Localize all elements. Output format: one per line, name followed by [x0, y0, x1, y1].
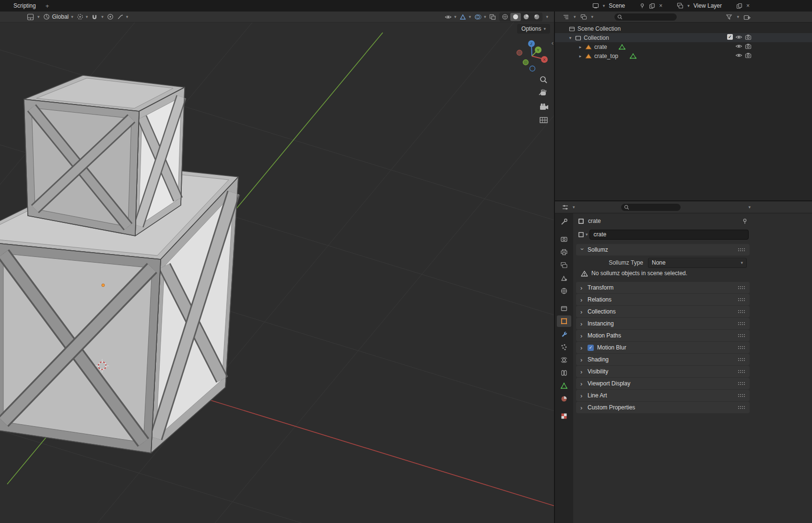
- panel-grip-handle[interactable]: [738, 286, 745, 290]
- disable-in-renders-icon[interactable]: [745, 43, 752, 49]
- outliner-display-chevron[interactable]: ▾: [591, 15, 594, 19]
- collapse-triangle-icon[interactable]: ▾: [568, 35, 573, 40]
- outliner-display-mode-button[interactable]: [580, 14, 587, 20]
- snap-toggle-button[interactable]: [91, 13, 98, 20]
- tab-object[interactable]: [557, 315, 571, 327]
- exclude-checkbox[interactable]: ✓: [727, 34, 733, 40]
- gizmos-dropdown[interactable]: ▾: [459, 14, 471, 20]
- hide-in-viewport-icon[interactable]: [735, 43, 742, 49]
- outliner-row-crate-top[interactable]: ▸ crate_top: [555, 51, 812, 60]
- axis-x-negative[interactable]: [517, 50, 522, 56]
- outliner-search-input[interactable]: [614, 13, 677, 21]
- new-scene-button[interactable]: [649, 3, 655, 9]
- shading-solid-button[interactable]: [510, 13, 521, 21]
- panel-sollumz[interactable]: › Sollumz: [576, 244, 750, 256]
- panel-viewport-display[interactable]: › Viewport Display: [576, 378, 750, 389]
- tab-scene[interactable]: [557, 272, 571, 284]
- panel-visibility[interactable]: › Visibility: [576, 366, 750, 377]
- panel-grip-handle[interactable]: [738, 310, 745, 314]
- disable-in-renders-icon[interactable]: [745, 34, 752, 40]
- panel-grip-handle[interactable]: [738, 370, 745, 373]
- panel-shading[interactable]: › Shading: [576, 354, 750, 365]
- overlays-dropdown[interactable]: ▾: [474, 14, 486, 20]
- panel-transform[interactable]: › Transform: [576, 282, 750, 293]
- tab-material[interactable]: [557, 393, 571, 405]
- remove-view-layer-button[interactable]: ×: [746, 3, 750, 9]
- new-view-layer-button[interactable]: [736, 3, 742, 9]
- panel-grip-handle[interactable]: [738, 346, 745, 349]
- hide-in-viewport-icon[interactable]: [735, 34, 742, 40]
- pivot-point-dropdown[interactable]: ▾: [77, 13, 88, 20]
- tab-output[interactable]: [557, 246, 571, 258]
- motion-blur-checkbox[interactable]: ✓: [588, 345, 594, 351]
- properties-editor-type-button[interactable]: [562, 204, 569, 210]
- outliner-row-scene-collection[interactable]: Scene Collection: [555, 24, 812, 33]
- panel-motion-blur[interactable]: › ✓ Motion Blur: [576, 342, 750, 353]
- options-dropdown[interactable]: Options ▾: [517, 24, 550, 34]
- workspace-tab-scripting[interactable]: Scripting: [13, 2, 36, 9]
- scene-selector-chevron[interactable]: ▾: [603, 4, 605, 8]
- tab-collection[interactable]: [557, 302, 571, 314]
- outliner-row-crate[interactable]: ▸ crate: [555, 42, 812, 51]
- axis-y-negative[interactable]: [523, 60, 529, 65]
- tab-particles[interactable]: [557, 341, 571, 353]
- panel-motion-paths[interactable]: › Motion Paths: [576, 330, 750, 341]
- shading-dropdown-chevron[interactable]: ▾: [546, 15, 548, 19]
- outliner-editor-type-button[interactable]: [563, 14, 569, 20]
- panel-grip-handle[interactable]: [738, 334, 745, 337]
- tab-constraints[interactable]: [557, 367, 571, 379]
- view-layer-chevron[interactable]: ▾: [687, 4, 690, 8]
- panel-instancing[interactable]: › Instancing: [576, 318, 750, 329]
- id-browse-chevron[interactable]: ▾: [586, 232, 588, 237]
- proportional-falloff-dropdown[interactable]: ▾: [117, 13, 129, 20]
- tab-render[interactable]: [557, 233, 571, 245]
- tab-modifiers[interactable]: [557, 328, 571, 340]
- view-layer-selector[interactable]: View Layer: [694, 2, 722, 9]
- disable-in-renders-icon[interactable]: [745, 52, 752, 58]
- properties-editor-chevron[interactable]: ▾: [573, 205, 575, 209]
- new-collection-button[interactable]: [743, 14, 751, 20]
- scene-selector[interactable]: Scene: [609, 2, 625, 9]
- editor-type-button[interactable]: [27, 13, 34, 21]
- expand-triangle-icon[interactable]: ▸: [578, 45, 583, 49]
- expand-triangle-icon[interactable]: ▸: [578, 54, 583, 58]
- add-workspace-button[interactable]: +: [46, 2, 49, 10]
- hide-in-viewport-icon[interactable]: [735, 52, 742, 58]
- filter-funnel-button[interactable]: [726, 14, 732, 20]
- panel-grip-handle[interactable]: [738, 394, 745, 397]
- pin-scene-icon[interactable]: [639, 3, 645, 9]
- panel-custom-properties[interactable]: › Custom Properties: [576, 402, 750, 413]
- tab-object-data[interactable]: [557, 380, 571, 392]
- pin-id-button[interactable]: [742, 218, 748, 224]
- panel-relations[interactable]: › Relations: [576, 294, 750, 305]
- viewport-canvas[interactable]: Z Y X: [0, 12, 554, 523]
- outliner-row-collection[interactable]: ▾ Collection ✓: [555, 33, 812, 42]
- tab-world[interactable]: [557, 285, 571, 297]
- tab-physics[interactable]: [557, 354, 571, 366]
- properties-search-input[interactable]: [621, 204, 681, 211]
- object-name-field[interactable]: crate: [589, 230, 749, 240]
- panel-grip-handle[interactable]: [738, 358, 745, 361]
- tab-view-layer[interactable]: [557, 259, 571, 271]
- axis-z-negative[interactable]: [530, 66, 535, 71]
- proportional-edit-toggle[interactable]: [107, 13, 114, 20]
- panel-grip-handle[interactable]: [738, 382, 745, 385]
- object-id-icon[interactable]: [578, 232, 584, 238]
- unlink-scene-button[interactable]: ×: [659, 3, 662, 9]
- panel-collections[interactable]: › Collections: [576, 306, 750, 317]
- outliner-editor-chevron[interactable]: ▾: [574, 15, 576, 19]
- panel-grip-handle[interactable]: [738, 406, 745, 409]
- tab-texture[interactable]: [557, 410, 571, 422]
- sollumz-type-dropdown[interactable]: None ▾: [648, 258, 747, 268]
- properties-options-chevron[interactable]: ▾: [748, 205, 751, 209]
- panel-grip-handle[interactable]: [738, 322, 745, 325]
- shading-wireframe-button[interactable]: [500, 13, 510, 21]
- editor-type-chevron[interactable]: ▾: [37, 15, 40, 19]
- panel-grip-handle[interactable]: [738, 248, 745, 252]
- panel-line-art[interactable]: › Line Art: [576, 390, 750, 401]
- panel-grip-handle[interactable]: [738, 298, 745, 302]
- filter-chevron[interactable]: ▾: [737, 15, 739, 19]
- region-collapse-arrow[interactable]: ‹: [552, 39, 553, 46]
- snap-settings-chevron[interactable]: ▾: [101, 15, 104, 19]
- transform-orientation-dropdown[interactable]: Global ▾: [43, 13, 73, 20]
